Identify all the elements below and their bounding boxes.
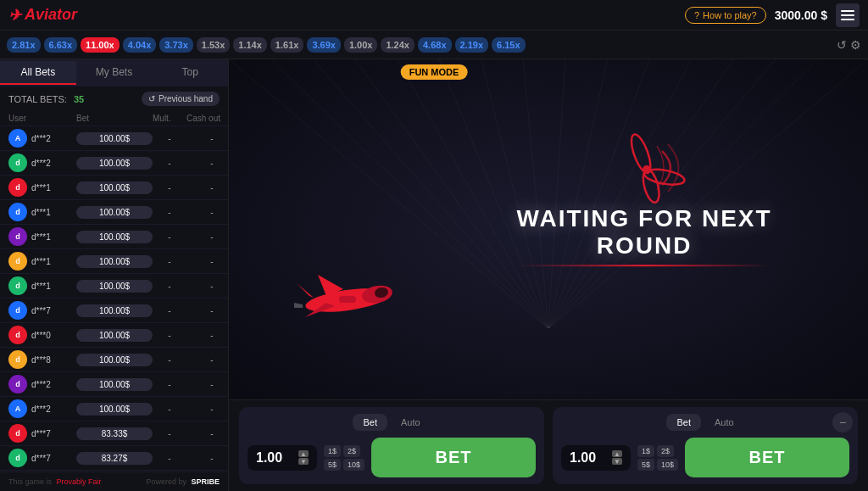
bet-tab-1-bet[interactable]: Bet [353,414,387,431]
bet-decrease-2[interactable]: ▼ [612,458,622,465]
username: d***1 [31,257,51,266]
bet-increase-2[interactable]: ▲ [612,450,622,457]
username: d***2 [31,380,51,389]
mult-cell: - [153,208,186,217]
col-bet: Bet [76,114,153,123]
cashout-cell: - [186,134,228,143]
mult-cell: - [153,355,186,365]
how-to-play-button[interactable]: ? How to play? [685,7,766,24]
bet-amount: 83.33$ [76,427,153,440]
avatar: d [8,227,27,246]
multiplier-badge-7[interactable]: 1.61x [270,37,304,53]
username: d***1 [31,183,51,192]
bet-input-1[interactable] [256,450,298,466]
multiplier-badge-13[interactable]: 6.15x [492,37,526,53]
balance-display: 3000.00 $ [775,8,827,22]
multiplier-badge-0[interactable]: 2.81x [7,37,41,53]
cashout-cell: - [186,282,228,291]
multiplier-badge-8[interactable]: 3.69x [307,37,341,53]
cashout-cell: - [186,380,228,389]
left-panel: All Bets My Bets Top TOTAL BETS: 35 ↺ Pr… [0,59,229,491]
bet-decrease-1[interactable]: ▼ [298,458,309,465]
settings-icon[interactable]: ⚙ [850,38,861,52]
tab-all-bets[interactable]: All Bets [0,61,76,85]
footer-powered: Powered by SPRIBE [146,477,220,486]
table-row: A d***2 100.00$ - - [0,126,228,151]
prev-hand-icon: ↺ [148,94,155,103]
main-layout: All Bets My Bets Top TOTAL BETS: 35 ↺ Pr… [0,59,868,491]
quick-1-2s[interactable]: 2$ [343,445,360,457]
bet-tab-2-auto[interactable]: Auto [704,414,744,431]
quick-1-10s[interactable]: 10$ [343,459,364,471]
bet-input-2[interactable] [570,450,612,466]
quick-1-1s[interactable]: 1$ [324,445,341,457]
multiplier-badge-2[interactable]: 11.00x [81,37,120,53]
logo: ✈ Aviator [8,6,77,25]
bet-adjust-2: ▲ ▼ [612,450,622,465]
cashout-cell: - [186,183,228,192]
bet-amount: 100.00$ [76,231,153,243]
svg-line-15 [548,59,868,328]
table-row: d d***1 100.00$ - - [0,249,228,274]
avatar: d [8,326,27,344]
multiplier-badge-11[interactable]: 4.68x [418,37,452,53]
mult-cell: - [153,159,186,168]
bet-button-2[interactable]: BET [685,438,849,477]
username: d***2 [31,405,51,414]
tab-my-bets[interactable]: My Bets [76,61,153,85]
user-cell: d d***7 [8,424,76,443]
user-cell: d d***1 [8,252,76,271]
cashout-cell: - [186,257,228,266]
total-bets-count: 35 [74,94,84,104]
bet-amount: 100.00$ [76,206,153,219]
user-cell: d d***1 [8,178,76,197]
table-row: d d***1 100.00$ - - [0,225,228,249]
menu-button[interactable] [836,3,860,27]
quick-row-1-bottom: 5$ 10$ [324,459,364,471]
plane-icon [292,271,403,325]
previous-hand-button[interactable]: ↺ Previous hand [142,92,220,106]
svg-line-7 [523,59,548,328]
multiplier-badge-3[interactable]: 4.04x [123,37,157,53]
svg-marker-27 [294,303,303,308]
multiplier-badge-5[interactable]: 1.53x [197,37,231,53]
bet-tab-1-auto[interactable]: Auto [391,414,431,431]
refresh-icon[interactable]: ↺ [837,38,847,52]
user-cell: d d***7 [8,449,76,467]
table-row: d d***0 100.00$ - - [0,323,228,348]
quick-2-5s[interactable]: 5$ [637,459,654,471]
table-row: d d***8 100.00$ - - [0,348,228,372]
quick-row-2-bottom: 5$ 10$ [637,459,678,471]
quick-2-2s[interactable]: 2$ [657,445,674,457]
multiplier-badge-1[interactable]: 6.63x [44,37,78,53]
multiplier-badge-12[interactable]: 2.19x [455,37,489,53]
mult-cell: - [153,306,186,315]
quick-bets-1: 1$ 2$ 5$ 10$ [324,445,364,471]
user-cell: d d***1 [8,227,76,246]
quick-row-2-top: 1$ 2$ [637,445,678,457]
username: d***8 [31,355,51,365]
quick-bets-2: 1$ 2$ 5$ 10$ [637,445,678,471]
game-canvas: WAITING FOR NEXT ROUND [229,59,868,399]
menu-line [841,10,854,12]
bet-panel-1: Bet Auto ▲ ▼ 1$ 2$ [239,407,544,484]
quick-2-1s[interactable]: 1$ [637,445,654,457]
bet-amount: 100.00$ [76,378,153,391]
avatar: A [8,399,27,418]
tab-top[interactable]: Top [152,61,228,85]
bet-button-1[interactable]: BET [371,438,536,477]
bet-increase-1[interactable]: ▲ [298,450,309,457]
logo-plane-icon: ✈ [8,6,21,25]
remove-panel-2-button[interactable]: − [832,412,853,432]
bet-amount: 100.00$ [76,181,153,194]
multiplier-bar: 2.81x6.63x11.00x4.04x3.73x1.53x1.14x1.61… [0,31,868,59]
multiplier-badge-6[interactable]: 1.14x [233,37,267,53]
quick-2-10s[interactable]: 10$ [657,459,678,471]
mult-cell: - [153,331,186,340]
multiplier-badge-10[interactable]: 1.24x [381,37,415,53]
multiplier-badge-4[interactable]: 3.73x [159,37,193,53]
multiplier-badge-9[interactable]: 1.00x [344,37,378,53]
quick-1-5s[interactable]: 5$ [324,459,341,471]
bet-tab-2-bet[interactable]: Bet [666,414,701,431]
menu-line [841,19,854,20]
